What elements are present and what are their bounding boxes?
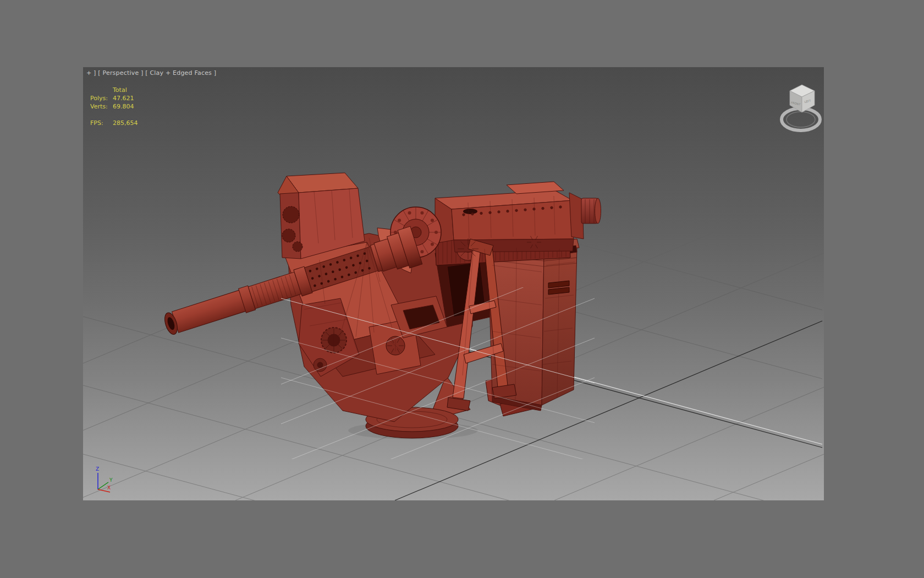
polys-label: Polys: xyxy=(90,94,113,102)
statistics-overlay: Total Polys:47.621 Verts:69.804 FPS:285,… xyxy=(90,86,138,127)
verts-value: 69.804 xyxy=(113,103,134,110)
viewcube[interactable]: FRONT LEFT xyxy=(782,85,820,130)
viewport-canvas[interactable]: FRONT LEFT Z Y X xyxy=(83,67,824,500)
fps-value: 285,654 xyxy=(113,119,138,127)
stats-row-polys: Polys:47.621 xyxy=(90,94,138,102)
viewcube-ring-inner xyxy=(787,112,815,127)
verts-label: Verts: xyxy=(90,102,113,111)
application-background: FRONT LEFT Z Y X + ] [ Perspective ] [ C… xyxy=(0,0,924,578)
stats-header: Total xyxy=(113,86,138,94)
polys-value: 47.621 xyxy=(113,95,134,102)
x-axis-label: X xyxy=(107,485,111,490)
y-axis-label: Y xyxy=(109,477,113,483)
stats-row-verts: Verts:69.804 xyxy=(90,102,138,111)
z-axis-label: Z xyxy=(96,466,99,472)
viewport-label[interactable]: + ] [ Perspective ] [ Clay + Edged Faces… xyxy=(86,69,216,77)
stats-row-fps: FPS:285,654 xyxy=(90,119,138,127)
perspective-viewport[interactable]: FRONT LEFT Z Y X + ] [ Perspective ] [ C… xyxy=(83,67,824,500)
fps-label: FPS: xyxy=(90,119,113,127)
model-weapon-station[interactable] xyxy=(160,173,611,500)
